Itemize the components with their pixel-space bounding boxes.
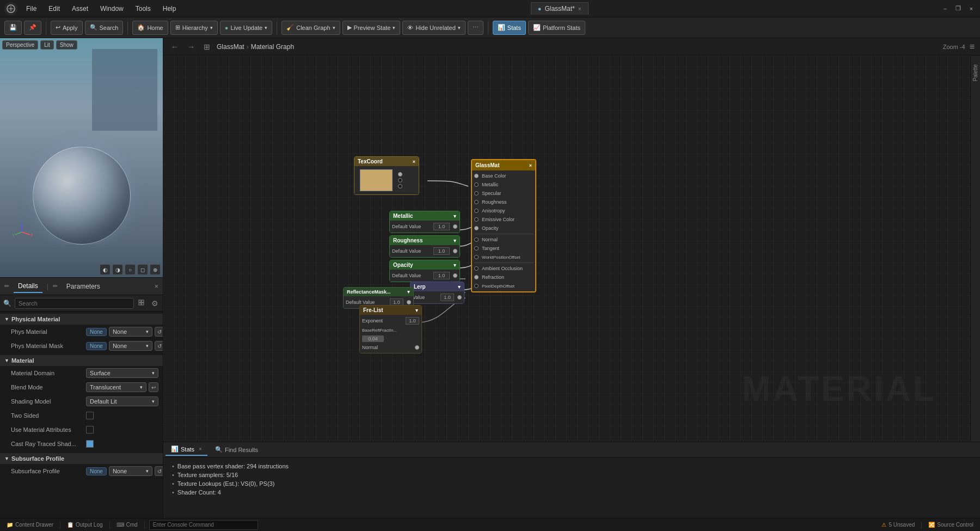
material-collapse-icon: ▼	[4, 358, 9, 363]
subsurface-none: None	[86, 467, 107, 475]
find-results-tab[interactable]: 🔍 Find Results	[210, 444, 264, 455]
panel-close-btn[interactable]: ×	[154, 282, 158, 290]
use-material-attrs-checkbox[interactable]	[86, 426, 94, 434]
more-options-btn[interactable]: ⋯	[468, 21, 483, 35]
platform-stats-btn[interactable]: 📈 Platform Stats	[528, 21, 585, 35]
vp-ctrl-2[interactable]: ◑	[112, 264, 123, 275]
hierarchy-btn[interactable]: ⊞ Hierarchy ▾	[170, 21, 218, 35]
use-material-attrs-value	[86, 426, 158, 434]
gm-pin-pixeldepth	[474, 284, 479, 288]
material-domain-dropdown[interactable]: Surface ▾	[86, 368, 158, 378]
stats-tab-close[interactable]: ×	[199, 446, 202, 452]
viewport[interactable]: Perspective Lit Show X Y Z ◐ ◑ ○ ◻	[0, 38, 163, 278]
vp-ctrl-4[interactable]: ◻	[137, 264, 148, 275]
material-section[interactable]: ▼ Material	[0, 355, 163, 366]
subsurface-section[interactable]: ▼ Subsurface Profile	[0, 453, 163, 464]
home-btn[interactable]: 🏠 Home	[132, 21, 168, 35]
restore-btn[interactable]: ❐	[954, 4, 963, 13]
roughness-label: Default Value	[392, 248, 431, 254]
apply-icon: ↩	[56, 24, 60, 31]
cmd-btn[interactable]: ⌨ Cmd	[114, 521, 140, 529]
grid-view-btn[interactable]	[137, 298, 147, 308]
fresnel2-base-row: BaseReflFractIn...	[360, 326, 421, 334]
phys-material-dropdown[interactable]: None ▾	[109, 327, 152, 337]
opacity-node[interactable]: Opacity ▾ Default Value 1.0	[389, 260, 460, 282]
tex-coord-node[interactable]: TexCoord ×	[354, 156, 419, 195]
tex-coord-pin-2	[398, 178, 402, 182]
opacity-out-pin	[453, 273, 457, 278]
phys-material-mask-dropdown[interactable]: None ▾	[109, 341, 152, 351]
lerp-out-pin	[457, 295, 462, 300]
palette-btn[interactable]: ≡	[970, 42, 975, 52]
roughness-node[interactable]: Roughness ▾ Default Value 1.0	[389, 235, 460, 258]
find-results-icon: 🔍	[215, 446, 223, 453]
material-domain-label: Material Domain	[11, 370, 82, 376]
subsurface-dropdown[interactable]: None ▾	[109, 466, 152, 476]
settings-btn[interactable]: ⚙	[150, 298, 160, 309]
menu-tools[interactable]: Tools	[133, 4, 153, 14]
fresnel2-node[interactable]: Fre-List ▾ Exponent 1.0 BaseReflFractIn.…	[359, 305, 422, 353]
glassmat-close[interactable]: ×	[529, 163, 532, 168]
physical-material-section[interactable]: ▼ Physical Material	[0, 314, 163, 325]
save-btn[interactable]: 💾	[4, 21, 22, 35]
breadcrumb-item-1[interactable]: GlassMat	[217, 43, 244, 51]
preview-state-btn[interactable]: ▶ Preview State ▾	[342, 21, 401, 35]
lit-btn[interactable]: Lit	[40, 40, 54, 50]
hide-unrelated-btn[interactable]: 👁 Hide Unrelated ▾	[402, 21, 465, 35]
subsurface-refresh-btn[interactable]: ↺	[155, 466, 163, 476]
phys-material-refresh-btn[interactable]: ↺	[155, 327, 163, 337]
live-update-btn[interactable]: ● Live Update ▾	[220, 21, 272, 35]
source-control-btn[interactable]: 🔀 Source Control	[926, 521, 976, 529]
stats-tab[interactable]: 📊 Stats ×	[166, 443, 207, 456]
vp-ctrl-3[interactable]: ○	[125, 264, 136, 275]
show-btn[interactable]: Show	[56, 40, 77, 50]
unsaved-label: 5 Unsaved	[889, 522, 915, 528]
glassmat-node[interactable]: GlassMat × Base Color Metallic	[471, 159, 536, 292]
dropdown-arrow2: ▾	[146, 343, 149, 349]
tex-coord-close[interactable]: ×	[413, 159, 415, 164]
gm-base-color: Base Color	[472, 172, 535, 180]
stats-btn[interactable]: 📊 Stats	[493, 21, 526, 35]
nav-expand-btn[interactable]: ⊞	[201, 41, 212, 52]
glassmat-tab[interactable]: ● GlassMat* ×	[531, 2, 589, 15]
nav-forward-btn[interactable]: →	[185, 41, 197, 52]
perspective-btn[interactable]: Perspective	[2, 40, 38, 50]
lerp-node[interactable]: Lerp ▾ Value 1.0	[410, 282, 464, 304]
menu-help[interactable]: Help	[161, 4, 179, 14]
graph-canvas[interactable]: MATERIAL	[163, 56, 980, 442]
nav-back-btn[interactable]: ←	[169, 41, 181, 52]
parameters-tab[interactable]: Parameters	[62, 280, 105, 292]
search-btn[interactable]: 🔍 Search	[85, 21, 124, 35]
palette-label[interactable]: Palette	[972, 60, 978, 86]
two-sided-checkbox[interactable]	[86, 412, 94, 419]
hide-unrelated-icon: 👁	[407, 25, 413, 31]
menu-window[interactable]: Window	[98, 4, 126, 14]
vp-ctrl-1[interactable]: ◐	[100, 264, 111, 275]
phys-material-mask-refresh-btn[interactable]: ↺	[155, 341, 163, 351]
menu-file[interactable]: File	[24, 4, 39, 14]
console-input[interactable]	[149, 520, 258, 530]
blend-mode-dropdown[interactable]: Translucent ▾	[86, 382, 146, 392]
tab-close-btn[interactable]: ×	[578, 6, 581, 12]
cmd-label: Cmd	[126, 522, 138, 528]
apply-btn[interactable]: ↩ Apply	[51, 21, 83, 35]
bookmark-btn[interactable]: 📌	[24, 21, 41, 35]
close-btn[interactable]: ×	[967, 4, 976, 13]
blend-val: Translucent	[90, 384, 121, 390]
menu-edit[interactable]: Edit	[46, 4, 62, 14]
output-log-btn[interactable]: 📋 Output Log	[65, 521, 105, 529]
menu-asset[interactable]: Asset	[70, 4, 90, 14]
clean-graph-btn[interactable]: 🧹 Clean Graph ▾	[281, 21, 340, 35]
fresnel2-title: Fre-List	[363, 307, 383, 313]
vp-ctrl-5[interactable]: ⊕	[150, 264, 161, 275]
gm-refraction-label: Refraction	[482, 274, 533, 280]
minimize-btn[interactable]: −	[941, 4, 950, 13]
blend-mode-reset-btn[interactable]: ↩	[149, 382, 158, 392]
metallic-node[interactable]: Metallic ▾ Default Value 1.0	[389, 211, 460, 233]
content-drawer-btn[interactable]: 📁 Content Drawer	[4, 521, 56, 529]
bottom-content: • Base pass vertex shader: 294 instructi…	[163, 457, 980, 518]
cast-ray-traced-checkbox[interactable]	[86, 440, 94, 448]
shading-model-dropdown[interactable]: Default Lit ▾	[86, 396, 158, 406]
details-tab[interactable]: Details	[14, 280, 42, 293]
details-search-input[interactable]	[15, 298, 134, 309]
